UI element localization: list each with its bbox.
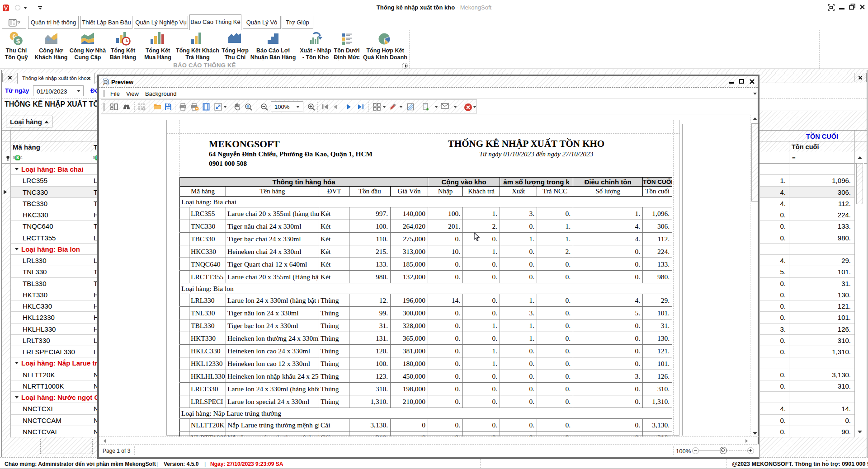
svg-text:$: $: [16, 37, 20, 45]
